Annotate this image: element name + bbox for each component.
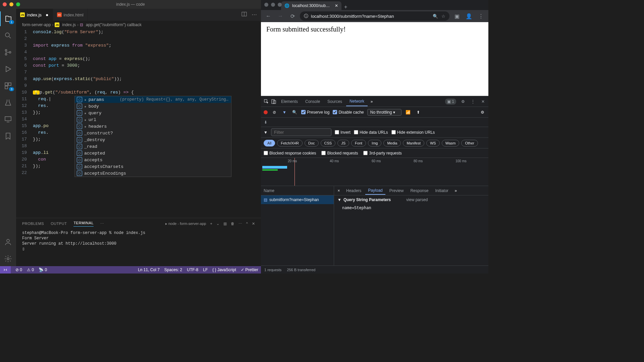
maximize-window-button[interactable]: [278, 3, 282, 7]
blocked-cookies-checkbox[interactable]: Blocked response cookies: [264, 151, 316, 156]
type-filter-wasm[interactable]: Wasm: [442, 140, 460, 146]
record-button[interactable]: [264, 110, 268, 114]
code-editor[interactable]: 12345678910111213141516171819202122 cons…: [16, 29, 261, 218]
breadcrumb-file[interactable]: index.js: [62, 22, 76, 27]
settings-gear-icon[interactable]: [0, 251, 16, 266]
browser-tab[interactable]: 🌐 localhost:3000/submitform? ✕: [281, 1, 341, 10]
account-icon[interactable]: [0, 235, 16, 249]
bookmark-icon[interactable]: [0, 129, 16, 143]
status-cursor[interactable]: Ln 11, Col 7: [138, 267, 160, 272]
terminal-output[interactable]: stephan@MacBook-Pro form-server-app % no…: [16, 229, 261, 266]
close-window-button[interactable]: [264, 3, 268, 7]
throttling-select[interactable]: No throttling ▾: [367, 109, 401, 116]
type-filter-fetchxhr[interactable]: Fetch/XHR: [277, 140, 303, 146]
intellisense-item[interactable]: ▢acceptsEncodings: [75, 170, 231, 177]
intellisense-item[interactable]: ▢accepts: [75, 157, 231, 163]
close-tab-icon[interactable]: ✕: [335, 3, 338, 8]
payload-section-header[interactable]: ▼ Query String Parameters view parsed: [337, 197, 485, 202]
type-filter-doc[interactable]: Doc: [305, 140, 319, 146]
status-errors[interactable]: ⊘ 0: [15, 267, 22, 272]
terminal-dropdown-icon[interactable]: ⌄: [216, 222, 219, 226]
remote-explorer-icon[interactable]: [0, 112, 16, 127]
clear-network-icon[interactable]: ⊘: [271, 109, 278, 116]
devtools-settings-icon[interactable]: ⚙: [460, 98, 466, 105]
breadcrumb-folder[interactable]: form-server-app: [22, 22, 51, 27]
extensions-icon[interactable]: 3: [0, 78, 16, 93]
intellisense-item[interactable]: ▢_destroy: [75, 136, 231, 143]
type-filter-ws[interactable]: WS: [426, 140, 440, 146]
import-har-icon[interactable]: ⬆: [415, 109, 422, 116]
intellisense-item[interactable]: ▢acceptsCharsets: [75, 163, 231, 170]
bookmark-star-icon[interactable]: ☆: [441, 14, 445, 19]
panel-tab-problems[interactable]: PROBLEMS: [22, 222, 44, 226]
intellisense-popup[interactable]: (property) Request<{}, any, any, QuerySt…: [74, 96, 231, 177]
new-tab-button[interactable]: +: [344, 4, 347, 10]
zoom-icon[interactable]: 🔍: [433, 14, 438, 19]
reload-button[interactable]: ⟳: [288, 11, 297, 21]
type-filter-js[interactable]: JS: [337, 140, 349, 146]
devtools-tab-sources[interactable]: Sources: [324, 97, 345, 106]
new-terminal-icon[interactable]: +: [210, 222, 212, 226]
intellisense-item[interactable]: ▢★query: [75, 110, 231, 116]
issues-badge[interactable]: ▣ 1: [445, 99, 456, 105]
detail-tab-preview[interactable]: Preview: [387, 187, 407, 194]
close-panel-icon[interactable]: ✕: [252, 222, 255, 226]
explorer-icon[interactable]: 1: [0, 11, 16, 26]
network-settings-icon[interactable]: ⚙: [479, 109, 486, 116]
more-actions-icon[interactable]: ⋯: [252, 11, 257, 18]
status-eol[interactable]: LF: [203, 267, 208, 272]
search-icon[interactable]: [0, 28, 16, 43]
devtools-dock-icon[interactable]: ⋮: [470, 98, 476, 105]
extensions-icon[interactable]: ▣: [452, 11, 462, 21]
download-har-icon[interactable]: ⬇: [262, 119, 269, 126]
menu-icon[interactable]: ⋮: [476, 11, 486, 21]
type-filter-font[interactable]: Font: [351, 140, 366, 146]
site-info-icon[interactable]: ⓘ: [304, 13, 308, 19]
preserve-log-checkbox[interactable]: Preserve log: [301, 110, 329, 115]
intellisense-item[interactable]: ▢_read: [75, 143, 231, 150]
status-formatter[interactable]: ✓ Prettier: [241, 267, 258, 272]
close-detail-icon[interactable]: ×: [335, 187, 342, 194]
intellisense-item[interactable]: ▢★headers: [75, 123, 231, 130]
status-encoding[interactable]: UTF-8: [187, 267, 198, 272]
panel-tab-terminal[interactable]: TERMINAL: [73, 221, 94, 227]
devtools-tab-network[interactable]: Network: [346, 97, 368, 106]
testing-icon[interactable]: [0, 95, 16, 110]
more-tabs-icon[interactable]: »: [368, 98, 375, 105]
intellisense-item[interactable]: ▢★url: [75, 116, 231, 123]
intellisense-item[interactable]: ▢accepted: [75, 150, 231, 157]
hide-extension-urls-checkbox[interactable]: Hide extension URLs: [391, 130, 435, 135]
back-button[interactable]: ←: [264, 11, 273, 21]
address-bar[interactable]: ⓘ localhost:3000/submitform?name=Stephan…: [300, 11, 449, 21]
maximize-window-button[interactable]: [16, 2, 20, 6]
collapse-triangle-icon[interactable]: ▼: [337, 197, 341, 202]
status-language[interactable]: { } JavaScript: [212, 267, 236, 272]
hide-data-urls-checkbox[interactable]: Hide data URLs: [354, 130, 388, 135]
forward-button[interactable]: →: [276, 11, 285, 21]
intellisense-item[interactable]: ▢★body: [75, 103, 231, 110]
type-filter-other[interactable]: Other: [461, 140, 478, 146]
tab-index-js[interactable]: JS index.js: [16, 9, 53, 21]
type-filter-media[interactable]: Media: [383, 140, 401, 146]
filter-input[interactable]: [271, 128, 331, 136]
invert-checkbox[interactable]: Invert: [335, 130, 351, 135]
kill-terminal-icon[interactable]: 🗑: [231, 222, 234, 226]
request-row[interactable]: ▤ submitform?name=Stephan: [261, 195, 334, 204]
filter-toggle-icon[interactable]: ▼: [281, 109, 288, 116]
status-spaces[interactable]: Spaces: 2: [164, 267, 182, 272]
minimize-window-button[interactable]: [9, 2, 13, 6]
thirdparty-checkbox[interactable]: 3rd-party requests: [363, 151, 401, 156]
close-window-button[interactable]: [3, 2, 7, 6]
tab-index-html[interactable]: <> index.html: [53, 9, 88, 21]
type-filter-img[interactable]: Img: [368, 140, 381, 146]
remote-indicator-icon[interactable]: [0, 266, 11, 274]
type-filter-css[interactable]: CSS: [321, 140, 336, 146]
type-filter-all[interactable]: All: [264, 140, 275, 146]
intellisense-item[interactable]: ▢_construct?: [75, 130, 231, 136]
source-control-icon[interactable]: [0, 45, 16, 60]
devtools-tab-console[interactable]: Console: [302, 97, 323, 106]
breadcrumb-symbol[interactable]: app.get("/submitform") callback: [86, 22, 142, 27]
network-timeline[interactable]: 20 ms40 ms60 ms80 ms100 ms: [261, 158, 488, 186]
blocked-requests-checkbox[interactable]: Blocked requests: [321, 151, 358, 156]
split-editor-icon[interactable]: [241, 11, 247, 18]
